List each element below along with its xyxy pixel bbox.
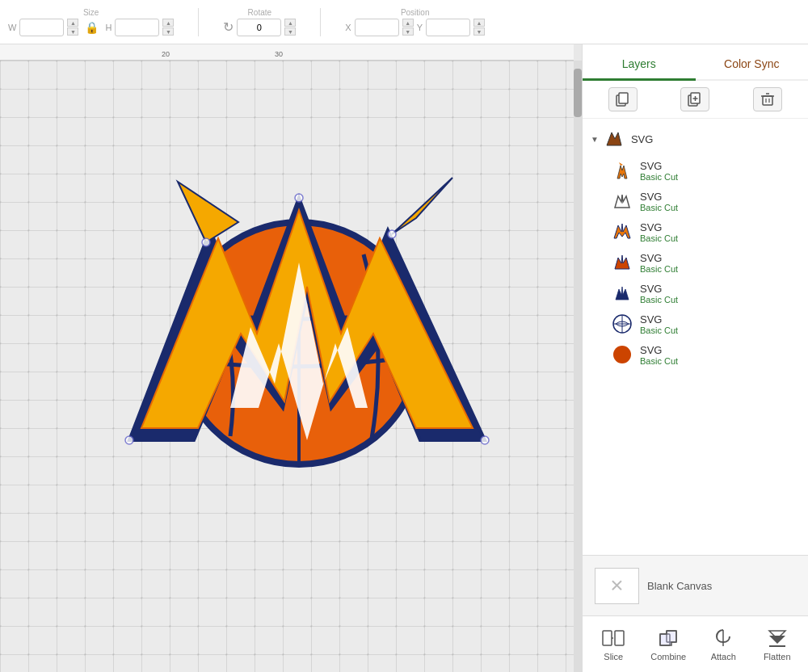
rotate-group: Rotate ↻ ▲ ▼ [223, 8, 296, 36]
combine-button[interactable]: Combine [641, 621, 696, 668]
flatten-label: Flatten [764, 652, 791, 662]
width-down[interactable]: ▼ [67, 27, 78, 36]
y-input[interactable] [426, 19, 470, 36]
w-label: W [8, 23, 16, 32]
y-down[interactable]: ▼ [473, 27, 485, 36]
layer-sub-6: Basic Cut [640, 356, 800, 366]
layer-thumb-5 [611, 313, 633, 335]
h-label: H [105, 23, 112, 32]
delete-layer-button[interactable] [753, 87, 782, 111]
rotate-down[interactable]: ▼ [284, 27, 296, 36]
width-up[interactable]: ▲ [67, 19, 78, 27]
layer-name-0: SVG [640, 160, 800, 172]
canvas-area[interactable]: 20 30 [0, 44, 582, 672]
y-spinner[interactable]: ▲ ▼ [473, 19, 485, 36]
attach-icon [711, 628, 735, 649]
tab-color-sync[interactable]: Color Sync [696, 49, 809, 81]
main-area: 20 30 [0, 44, 808, 672]
ruler-mark-30: 30 [275, 50, 283, 58]
tab-layers[interactable]: Layers [583, 49, 696, 81]
y-up[interactable]: ▲ [473, 19, 485, 27]
toolbar: Size W ▲ ▼ 🔒 H ▲ ▼ Rotate ↻ ▲ ▼ [0, 0, 808, 44]
layer-group-svg[interactable]: ▼ SVG [583, 123, 808, 155]
width-spinner[interactable]: ▲ ▼ [67, 19, 78, 36]
svg-point-20 [613, 346, 631, 363]
svg-point-3 [481, 436, 489, 444]
svg-point-2 [388, 230, 396, 238]
grid-canvas[interactable] [0, 61, 574, 672]
panel-toolbar [583, 81, 808, 119]
layer-sub-4: Basic Cut [640, 295, 800, 304]
svg-rect-12 [763, 96, 772, 105]
layer-item-5[interactable]: SVG Basic Cut [583, 309, 808, 339]
width-input[interactable] [19, 19, 64, 36]
panel-tabs: Layers Color Sync [583, 44, 808, 81]
svg-rect-7 [619, 93, 628, 103]
layer-thumb-0 [611, 159, 633, 182]
right-panel: Layers Color Sync [582, 44, 808, 672]
layer-name-6: SVG [640, 344, 800, 356]
layer-thumb-2 [611, 220, 633, 243]
layer-info-2: SVG Basic Cut [640, 221, 800, 243]
x-input[interactable] [355, 19, 399, 36]
layer-name-5: SVG [640, 313, 800, 326]
layer-info-6: SVG Basic Cut [640, 344, 800, 366]
logo-container[interactable] [81, 133, 533, 521]
lock-icon: 🔒 [82, 21, 102, 34]
add-layer-button[interactable] [680, 87, 709, 111]
attach-button[interactable]: Attach [697, 621, 750, 668]
layer-item-1[interactable]: SVG Basic Cut [583, 186, 808, 216]
height-spinner[interactable]: ▲ ▼ [162, 19, 174, 36]
rotate-icon: ↻ [223, 19, 234, 35]
duplicate-button[interactable] [608, 87, 638, 111]
rotate-up[interactable]: ▲ [284, 19, 296, 27]
blank-canvas-bar: Blank Canvas [583, 555, 808, 615]
layer-sub-1: Basic Cut [640, 203, 800, 212]
layer-item-2[interactable]: SVG Basic Cut [583, 216, 808, 247]
rotate-spinner[interactable]: ▲ ▼ [284, 19, 296, 36]
x-label: X [345, 23, 351, 32]
layer-thumb-6 [611, 343, 633, 366]
layer-sub-3: Basic Cut [640, 264, 800, 274]
layer-sub-2: Basic Cut [640, 233, 800, 243]
layer-sub-5: Basic Cut [640, 326, 800, 335]
svg-point-5 [295, 194, 303, 202]
y-label: Y [417, 23, 423, 32]
size-label: Size [83, 8, 99, 17]
svg-point-1 [202, 238, 210, 246]
group-chevron: ▼ [591, 135, 599, 144]
scrollbar-vertical[interactable] [574, 61, 582, 672]
attach-label: Attach [711, 652, 736, 662]
height-input[interactable] [115, 19, 159, 36]
x-spinner[interactable]: ▲ ▼ [402, 19, 414, 36]
scrollbar-thumb[interactable] [574, 69, 582, 117]
layer-sub-0: Basic Cut [640, 172, 800, 182]
x-down[interactable]: ▼ [402, 27, 414, 36]
layer-thumb-1 [611, 190, 633, 212]
rotate-input[interactable] [237, 19, 281, 36]
layer-item-3[interactable]: SVG Basic Cut [583, 247, 808, 278]
height-down[interactable]: ▼ [162, 27, 174, 36]
slice-button[interactable]: Slice [587, 621, 640, 668]
group-thumb [604, 128, 626, 150]
slice-icon [601, 628, 625, 649]
layer-info-0: SVG Basic Cut [640, 160, 800, 182]
svg-point-4 [125, 436, 133, 444]
flatten-button[interactable]: Flatten [751, 621, 803, 668]
layer-name-4: SVG [640, 283, 800, 295]
layer-item-6[interactable]: SVG Basic Cut [583, 339, 808, 370]
combine-label: Combine [650, 652, 686, 662]
blank-canvas-label: Blank Canvas [647, 580, 712, 592]
height-up[interactable]: ▲ [162, 19, 174, 27]
ruler-top: 20 30 [0, 44, 574, 61]
layer-item-4[interactable]: SVG Basic Cut [583, 278, 808, 309]
layers-list: ▼ SVG SVG [583, 119, 808, 555]
layer-thumb-4 [611, 282, 633, 304]
rotate-label: Rotate [248, 8, 271, 17]
group-info: SVG [631, 133, 800, 145]
bottom-action-bar: Slice Combine [583, 615, 808, 672]
blank-canvas-preview [595, 568, 639, 604]
layer-item-0[interactable]: SVG Basic Cut [583, 155, 808, 186]
size-group: Size W ▲ ▼ 🔒 H ▲ ▼ [8, 8, 174, 36]
x-up[interactable]: ▲ [402, 19, 414, 27]
